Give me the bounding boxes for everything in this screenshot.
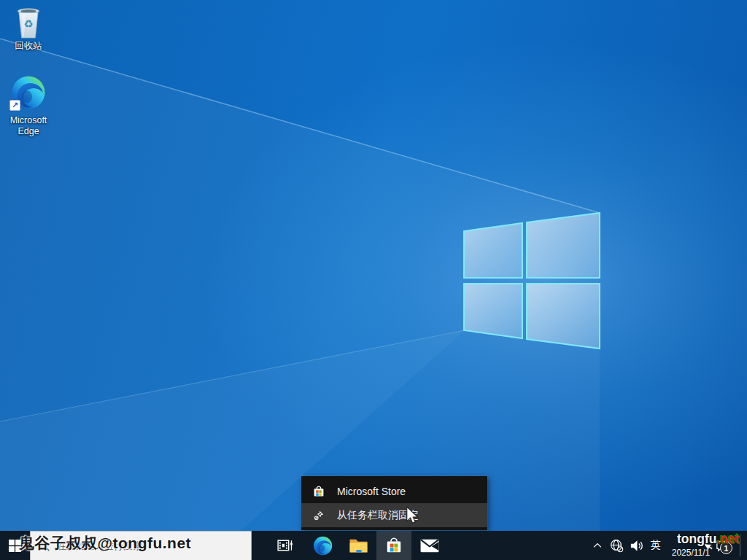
menu-item-label: Microsoft Store	[337, 486, 406, 497]
mail-icon	[420, 539, 439, 553]
taskbar-mail-button[interactable]	[412, 531, 447, 560]
watermark-bottom-left: 鬼谷子叔叔@tongfu.net	[19, 533, 191, 553]
watermark-tray-domain: .net	[716, 532, 739, 546]
wallpaper-art	[0, 0, 747, 531]
desktop-icon-microsoft-edge[interactable]: ↗ Microsoft Edge	[0, 73, 57, 138]
recycle-bin-icon: ♻	[15, 6, 42, 39]
taskbar-file-explorer-button[interactable]	[341, 531, 376, 560]
show-desktop-button[interactable]	[740, 531, 747, 560]
microsoft-store-icon	[312, 485, 325, 498]
menu-item-microsoft-store[interactable]: Microsoft Store	[301, 479, 487, 503]
recycle-bin-label: 回收站	[15, 41, 42, 52]
tray-network-button[interactable]	[607, 531, 627, 560]
task-view-button[interactable]	[267, 531, 302, 560]
mouse-cursor	[406, 506, 420, 525]
edge-label: Microsoft Edge	[0, 115, 57, 138]
microsoft-store-icon	[384, 536, 403, 555]
taskbar-edge-button[interactable]	[305, 531, 340, 560]
watermark-cursor-icon	[705, 540, 714, 551]
volume-icon	[629, 538, 644, 553]
language-indicator: 英	[651, 539, 661, 552]
shortcut-arrow-icon: ↗	[9, 100, 20, 111]
unpin-icon	[312, 509, 325, 522]
network-globe-offline-icon	[609, 538, 624, 553]
edge-icon	[313, 536, 333, 556]
file-explorer-icon	[349, 537, 368, 554]
chevron-up-icon	[592, 540, 603, 551]
tray-chevron-button[interactable]	[588, 531, 606, 560]
svg-text:♻: ♻	[23, 18, 33, 30]
task-view-icon	[276, 537, 294, 555]
menu-item-unpin-from-taskbar[interactable]: 从任务栏取消固定	[301, 503, 487, 527]
windows-desktop: ♻ 回收站 ↗ Microsoft Edge	[0, 0, 747, 560]
wallpaper	[0, 0, 747, 531]
taskbar-context-menu: Microsoft Store 从任务栏取消固定	[301, 476, 487, 530]
tray-volume-button[interactable]	[627, 531, 646, 560]
desktop-icon-recycle-bin[interactable]: ♻ 回收站	[0, 6, 57, 52]
tray-language-button[interactable]: 英	[646, 531, 665, 560]
taskbar-microsoft-store-button[interactable]	[376, 531, 411, 560]
